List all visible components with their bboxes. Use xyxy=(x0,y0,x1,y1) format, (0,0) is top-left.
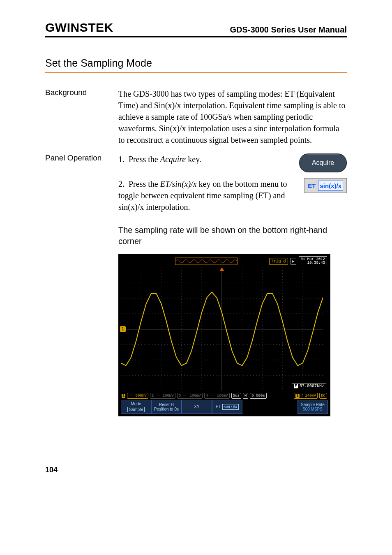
trigd-badge: Trig'd xyxy=(269,258,288,265)
status-ch1-val: == 500mV xyxy=(127,393,148,399)
step1-em: Acquire xyxy=(160,155,186,164)
background-text: The GDS-3000 has two types of sampling m… xyxy=(118,88,347,146)
step1-post: key. xyxy=(186,155,201,164)
sinx-label: sin(x)/x xyxy=(318,181,343,191)
page-header: GWINSTEK GDS-3000 Series User Manual xyxy=(45,21,347,37)
et-label: ET xyxy=(308,181,316,190)
scope-top-bar: Trig'd ▶ 01 Mar 2012 10:39:43 xyxy=(121,257,328,267)
step2-em: ET/sin(x)/x xyxy=(160,179,197,188)
status-ch1-num: 1 xyxy=(122,394,125,398)
minimap xyxy=(175,258,238,265)
trg-num: 1 xyxy=(295,394,299,398)
reset-l1: Reset H xyxy=(159,402,174,407)
menu-xy-button[interactable]: XY xyxy=(182,400,212,414)
menu-reset-h-button[interactable]: Reset H Position to 0s xyxy=(151,400,182,414)
datetime-box: 01 Mar 2012 10:39:43 xyxy=(299,256,327,266)
panel-step2-row: 2. Press the ET/sin(x)/x key on the bott… xyxy=(45,176,347,217)
scope-status-bar: 1 == 500mV 2 == 100mV 3 == 100mV 4 == 10… xyxy=(121,391,328,400)
mode-label: Mode xyxy=(131,402,141,406)
step1-number: 1. xyxy=(118,155,125,164)
oscilloscope-screenshot: Trig'd ▶ 01 Mar 2012 10:39:43 xyxy=(118,254,330,416)
scope-bottom-menu: Mode Sample Reset H Position to 0s XY ET… xyxy=(121,400,328,414)
manual-title: GDS-3000 Series User Manual xyxy=(230,25,347,35)
reset-l2: Position to 0s xyxy=(154,407,179,412)
mode-value: Sample xyxy=(127,407,145,413)
step1-text: 1. Press the Acquire key. xyxy=(118,153,293,165)
status-dc: DC xyxy=(319,393,327,399)
menu-sinx-label: sin(x)/x xyxy=(222,404,239,410)
step2-pre: Press the xyxy=(129,179,160,188)
menu-mode-button[interactable]: Mode Sample xyxy=(121,400,151,414)
menu-et-label: ET xyxy=(216,404,221,409)
trg-val: 140mV xyxy=(305,394,316,398)
status-timebase: 5us xyxy=(231,393,241,399)
brand-logo: GWINSTEK xyxy=(45,21,113,35)
background-label: Background xyxy=(45,88,111,97)
sampling-rate-note: The sampling rate will be shown on the b… xyxy=(118,217,347,253)
section-title: Set the Sampling Mode xyxy=(45,57,347,73)
step1-pre: Press the xyxy=(129,155,160,164)
step2-number: 2. xyxy=(118,179,125,188)
frequency-readout: F 57.0007kHz xyxy=(292,383,326,389)
status-position: 0.000s xyxy=(250,393,266,399)
menu-et-sinx-button[interactable]: ET sin(x)/x xyxy=(212,400,242,414)
time-line: 10:39:43 xyxy=(307,261,325,265)
acquire-button[interactable]: Acquire xyxy=(299,153,347,172)
run-state-icon: ▶ xyxy=(291,258,296,265)
status-ch3: 3 == 100mV xyxy=(177,393,203,399)
freq-value: 57.0007kHz xyxy=(300,384,324,388)
svg-marker-16 xyxy=(220,267,224,271)
status-ch2: 2 == 100mV xyxy=(150,393,175,399)
status-ch4: 4 == 100mV xyxy=(204,393,230,399)
xy-label: XY xyxy=(194,404,199,409)
rate-value: 500 MSPS xyxy=(303,407,323,412)
channel-1-marker: 1 xyxy=(120,326,126,332)
menu-sample-rate[interactable]: Sample Rate 500 MSPS xyxy=(297,400,328,414)
et-sinx-softkey[interactable]: ET sin(x)/x xyxy=(304,178,347,193)
panel-operation-label: Panel Operation xyxy=(45,153,111,163)
background-row: Background The GDS-3000 has two types of… xyxy=(45,85,347,150)
step2-text: 2. Press the ET/sin(x)/x key on the bott… xyxy=(118,178,298,213)
rate-label: Sample Rate xyxy=(301,402,325,407)
page-number: 104 xyxy=(45,466,347,474)
scope-plot: 1 F 57.0007kHz xyxy=(121,267,328,391)
freq-f-icon: F xyxy=(294,384,298,388)
status-trigger: 1 ƒ 140mV xyxy=(294,393,318,399)
panel-step1-row: Panel Operation 1. Press the Acquire key… xyxy=(45,150,347,176)
